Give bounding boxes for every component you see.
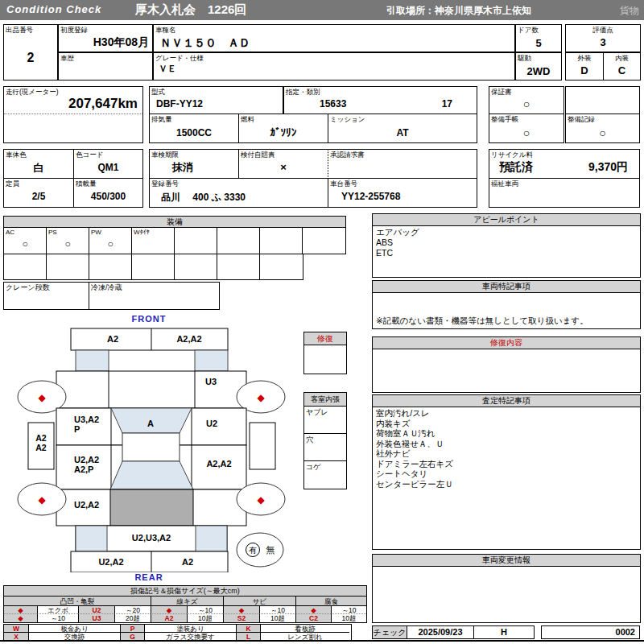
lot-number-cell: 出品番号 2: [3, 24, 58, 80]
inspection-value: 抹消: [172, 160, 193, 175]
vehicle-notes-title: 車両特記事項: [373, 281, 640, 293]
equipment-value: ○: [4, 238, 46, 250]
damage-marker-icon: ◆: [257, 494, 265, 506]
letter-desc-p: 塗装あり: [144, 625, 236, 633]
history-label: 車歴: [60, 54, 74, 62]
left-rear-door-code-1: U2,A2: [74, 455, 99, 464]
capacity-cell: 定員 2/5: [3, 178, 74, 208]
right-front-pillar: [195, 350, 228, 371]
left-front-door-code-2: P: [74, 424, 80, 434]
equipment-label: AC: [6, 229, 14, 237]
damage-legend-table: 損傷記号＆損傷サイズ(～最大cm) 凸凹・亀裂 線キズ サビ 腐食 ◆ エクボ …: [3, 585, 367, 623]
equipment-cell-ps: PS ○: [46, 227, 89, 254]
model-code-label: 型式: [151, 88, 165, 96]
equipment-cell-empty: [89, 254, 132, 280]
exterior-grade-label: 外装: [566, 54, 603, 62]
equipment-label: PS: [48, 229, 57, 237]
warranty-label: 保証書: [491, 88, 512, 96]
maintenance-book-label: 整備手帳: [491, 115, 518, 123]
body-color-label: 車体色: [6, 151, 27, 159]
legend-rust-code2: S2: [223, 614, 259, 622]
legend-diamond-icon: ◆: [223, 606, 259, 614]
approval-label: 承認請求書: [330, 151, 365, 159]
legend-rust-size2: 10超: [259, 614, 295, 622]
rear-bumper: [71, 551, 228, 572]
interior-row-tear: ヤブレ: [304, 407, 346, 434]
equipment-cell-empty: [174, 254, 217, 280]
equipment-cell-empty: [259, 254, 303, 280]
assessment-line: 室内汚れ/スレ: [376, 408, 637, 419]
doors-cell: ドア数 5: [515, 24, 562, 52]
chassis-number-label: 車台番号: [330, 180, 357, 188]
change-info-panel: 車両変更情報: [372, 554, 641, 623]
left-front-door-code-1: U3,A2: [74, 415, 99, 424]
repair-detail-panel: 修復内容: [372, 336, 641, 393]
displacement-label: 排気量: [151, 115, 172, 123]
equipment-cell-empty: [46, 254, 89, 280]
model-name-value: ＮＶ１５０ ＡＤ: [160, 36, 250, 51]
interior-grade-label: 内装: [604, 54, 640, 62]
left-rear-door-code-2: A2,P: [74, 464, 93, 474]
displacement-cell: 排気量 1500CC: [149, 114, 239, 143]
equipment-cell-empty: [217, 227, 260, 254]
model-code-value: DBF-YY12: [156, 98, 203, 109]
damage-marker-icon: ◆: [257, 392, 265, 403]
serial-number-cell: 0002: [541, 625, 640, 639]
load-cell: 積載量 450/300: [73, 178, 143, 208]
color-code-cell: 色コード QM1: [73, 149, 143, 179]
right-rear-door-code: A2,A2: [206, 459, 231, 469]
interior-row-burn: コゲ: [304, 461, 346, 489]
interior-row-hole: 穴: [304, 434, 346, 461]
appeal-points-panel: アピールポイント エアバッグ ABS ETC: [372, 213, 641, 278]
damage-marker-icon: ◆: [38, 494, 46, 506]
legend-scratch-code2: A2: [151, 614, 187, 622]
body-color-value: 白: [4, 161, 73, 175]
repair-flag-box: 修復: [303, 332, 347, 374]
first-registration-cell: 初度登録 H30年08月: [58, 24, 153, 52]
letter-codes-table: W 板金あり P 塗装あり K 看板跡 X 交換跡 G ガラス交換要す L レン…: [3, 624, 352, 642]
chassis-number-value: YY12-255768: [341, 191, 400, 202]
fuel-value: ｶﾞｿﾘﾝ: [239, 126, 328, 138]
color-code-value: QM1: [74, 162, 142, 173]
change-info-title: 車両変更情報: [373, 555, 640, 567]
mileage-divider: [4, 114, 142, 114]
class-cell: 指定・類別 15633 17: [283, 86, 477, 114]
lot-number-value: 2: [4, 51, 57, 65]
check-inspector-cell: H: [473, 625, 535, 639]
front-bumper-right-code: A2,A2: [176, 334, 201, 344]
model-name-label: 車種名: [155, 26, 176, 34]
cabin-roof-front: [122, 433, 180, 461]
interior-grade-cell: 内装 C: [603, 52, 641, 80]
brand-title: Condition Check: [6, 3, 101, 15]
assessment-line: 外装色褪せＡ、Ｕ: [376, 439, 637, 449]
class-value-2: 17: [442, 98, 452, 109]
windshield-code: A: [147, 419, 154, 428]
roof-panel: [110, 489, 193, 526]
assessment-line: シートヘタリ: [376, 469, 637, 479]
repair-flag-title: 修復: [304, 332, 346, 345]
color-code-label: 色コード: [76, 151, 103, 159]
appeal-points-title: アピールポイント: [373, 214, 640, 226]
mission-cell: ミッション AT: [328, 114, 477, 143]
insurance-cell: 検付自賠責 ×: [238, 149, 328, 179]
equipment-label: PW: [91, 229, 101, 237]
legend-dent-code2: U3: [78, 614, 114, 622]
equipment-cell-pw: PW ○: [89, 227, 132, 254]
legend-group-rust: サビ: [223, 597, 295, 606]
legend-corrosion-size: ～10: [331, 606, 366, 614]
equipment-cell-empty: [259, 227, 303, 254]
class-value-1: 15633: [320, 98, 346, 109]
score-label: 評価点: [566, 26, 640, 34]
rear-window: [110, 461, 193, 489]
class-label: 指定・類別: [286, 88, 320, 96]
check-label-cell: チェック: [372, 625, 407, 639]
letter-code-w: W: [4, 625, 28, 633]
grade-value: ＶＥ: [159, 63, 176, 75]
pickup-location: 引取場所：神奈川県厚木市上依知: [386, 4, 531, 18]
assessment-notes-title: 査定特記事項: [373, 395, 640, 407]
legend-group-dent: 凸凹・亀裂: [4, 597, 151, 606]
first-registration-value: H30年08月: [93, 35, 149, 50]
equipment-value: ○: [89, 238, 131, 250]
equipment-label: Wﾀｲﾔ: [134, 229, 150, 237]
legend-group-corrosion: 腐食: [295, 597, 366, 606]
